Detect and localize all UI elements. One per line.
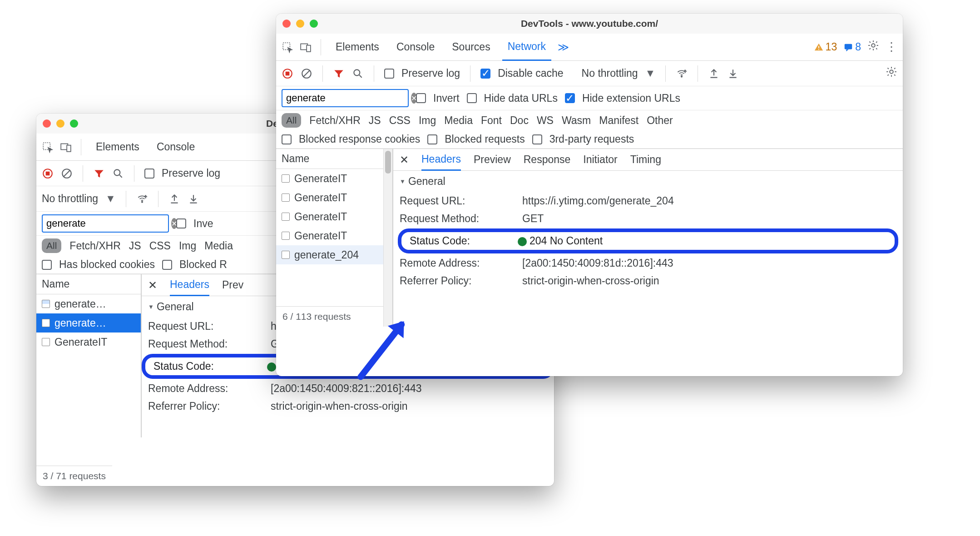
scroll-thumb[interactable] xyxy=(385,151,391,174)
tab-preview[interactable]: Preview xyxy=(474,149,511,171)
network-content: Name GenerateIT GenerateIT GenerateIT Ge… xyxy=(276,149,903,327)
preserve-log-checkbox[interactable] xyxy=(144,169,154,179)
gear-icon[interactable] xyxy=(867,40,879,55)
list-item[interactable]: GenerateIT xyxy=(276,169,392,188)
inspect-icon[interactable] xyxy=(42,141,54,153)
clear-icon[interactable] xyxy=(301,68,312,79)
maximize-icon[interactable] xyxy=(70,119,78,128)
chevron-down-icon[interactable]: ▼ xyxy=(105,193,116,205)
type-media[interactable]: Media xyxy=(204,240,233,252)
blocked-cookies-checkbox[interactable] xyxy=(42,260,52,270)
svg-line-6 xyxy=(64,170,70,176)
blocked-requests-checkbox[interactable] xyxy=(427,134,437,144)
disable-cache-checkbox[interactable]: ✓ xyxy=(480,69,490,79)
minimize-icon[interactable] xyxy=(296,20,304,28)
close-icon[interactable] xyxy=(282,20,291,28)
device-toolbar-icon[interactable] xyxy=(60,141,72,153)
general-section[interactable]: ▼General xyxy=(393,171,903,192)
tab-elements[interactable]: Elements xyxy=(330,34,385,61)
type-js[interactable]: JS xyxy=(369,114,381,127)
search-icon[interactable] xyxy=(352,68,364,79)
kebab-icon[interactable]: ⋮ xyxy=(886,40,897,54)
type-css[interactable]: CSS xyxy=(389,114,411,127)
warnings-badge[interactable]: 13 xyxy=(814,41,837,53)
titlebar[interactable]: DevTools - www.youtube.com/ xyxy=(276,14,903,34)
clear-icon[interactable] xyxy=(61,168,73,179)
list-item[interactable]: GenerateIT xyxy=(36,333,141,352)
type-fetchxhr[interactable]: Fetch/XHR xyxy=(69,240,120,252)
type-manifest[interactable]: Manifest xyxy=(599,114,638,127)
type-media[interactable]: Media xyxy=(444,114,473,127)
type-all[interactable]: All xyxy=(42,238,61,253)
filter-input[interactable] xyxy=(46,218,171,229)
tab-headers[interactable]: Headers xyxy=(170,274,209,296)
scrollbar[interactable] xyxy=(383,149,392,327)
search-icon[interactable] xyxy=(112,168,124,179)
type-img[interactable]: Img xyxy=(419,114,436,127)
close-detail-icon[interactable]: ✕ xyxy=(400,154,409,166)
svg-point-7 xyxy=(114,169,120,175)
type-js[interactable]: JS xyxy=(129,240,141,252)
tab-sources[interactable]: Sources xyxy=(446,34,495,61)
tab-headers[interactable]: Headers xyxy=(421,149,461,171)
tab-console[interactable]: Console xyxy=(151,134,200,161)
inspect-icon[interactable] xyxy=(282,41,293,53)
list-item[interactable]: GenerateIT xyxy=(276,226,392,245)
type-wasm[interactable]: Wasm xyxy=(562,114,591,127)
hide-ext-urls-checkbox[interactable]: ✓ xyxy=(565,93,575,103)
tab-preview[interactable]: Prev xyxy=(222,274,243,296)
third-party-checkbox[interactable] xyxy=(532,134,542,144)
more-tabs-icon[interactable]: ≫ xyxy=(558,41,569,54)
invert-checkbox[interactable] xyxy=(176,218,186,228)
invert-checkbox[interactable] xyxy=(416,93,426,103)
upload-icon[interactable] xyxy=(168,193,180,205)
wifi-icon[interactable] xyxy=(136,193,148,205)
name-header[interactable]: Name xyxy=(276,149,392,169)
type-fetchxhr[interactable]: Fetch/XHR xyxy=(309,114,360,127)
maximize-icon[interactable] xyxy=(310,20,318,28)
type-doc[interactable]: Doc xyxy=(510,114,529,127)
type-css[interactable]: CSS xyxy=(149,240,171,252)
list-item[interactable]: GenerateIT xyxy=(276,207,392,226)
tab-elements[interactable]: Elements xyxy=(90,134,145,161)
tab-timing[interactable]: Timing xyxy=(630,149,661,171)
filter-icon[interactable] xyxy=(333,68,345,79)
blocked-requests-checkbox[interactable] xyxy=(162,260,172,270)
tab-response[interactable]: Response xyxy=(524,149,571,171)
type-all[interactable]: All xyxy=(282,113,301,128)
list-item[interactable]: generate_204 xyxy=(276,245,392,264)
type-img[interactable]: Img xyxy=(179,240,196,252)
tab-initiator[interactable]: Initiator xyxy=(583,149,617,171)
tab-console[interactable]: Console xyxy=(391,34,440,61)
record-icon[interactable] xyxy=(42,168,54,179)
close-detail-icon[interactable]: ✕ xyxy=(148,279,157,292)
list-item[interactable]: generate… xyxy=(36,313,141,333)
wifi-icon[interactable] xyxy=(676,68,688,79)
throttling-select[interactable]: No throttling xyxy=(42,193,98,205)
messages-badge[interactable]: 8 xyxy=(843,41,861,53)
close-icon[interactable] xyxy=(43,119,51,128)
minimize-icon[interactable] xyxy=(56,119,64,128)
disclosure-icon: ▼ xyxy=(148,303,154,310)
name-header[interactable]: Name xyxy=(36,274,141,294)
filter-icon[interactable] xyxy=(93,168,105,179)
preserve-log-checkbox[interactable] xyxy=(384,69,394,79)
download-icon[interactable] xyxy=(188,193,199,205)
type-font[interactable]: Font xyxy=(481,114,502,127)
detail-tabbar: ✕ Headers Preview Response Initiator Tim… xyxy=(393,149,903,171)
throttling-select[interactable]: No throttling xyxy=(582,67,638,79)
list-item[interactable]: GenerateIT xyxy=(276,188,392,207)
gear-icon[interactable] xyxy=(886,66,897,81)
tab-network[interactable]: Network xyxy=(502,34,551,61)
blocked-resp-cookies-checkbox[interactable] xyxy=(282,134,292,144)
filter-input[interactable] xyxy=(286,92,411,104)
chevron-down-icon[interactable]: ▼ xyxy=(645,67,656,79)
download-icon[interactable] xyxy=(727,68,739,79)
list-item[interactable]: generate… xyxy=(36,294,141,313)
record-icon[interactable] xyxy=(282,68,293,79)
hide-data-urls-checkbox[interactable] xyxy=(467,93,477,103)
type-ws[interactable]: WS xyxy=(537,114,554,127)
upload-icon[interactable] xyxy=(708,68,720,79)
type-other[interactable]: Other xyxy=(647,114,673,127)
device-toolbar-icon[interactable] xyxy=(300,41,312,53)
